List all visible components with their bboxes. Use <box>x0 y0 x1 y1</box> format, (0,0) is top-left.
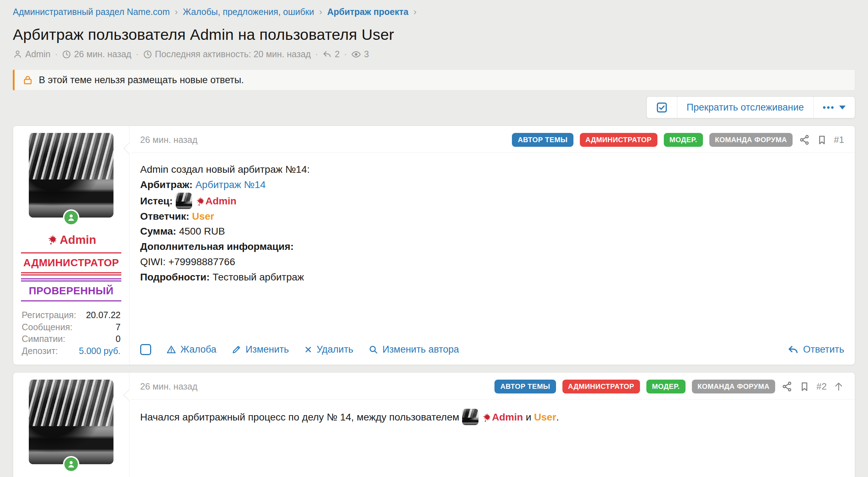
thread-views-count: 3 <box>351 49 369 59</box>
edit-action[interactable]: Изменить <box>231 344 289 355</box>
report-action[interactable]: Жалоба <box>166 344 216 355</box>
post-select-checkbox[interactable] <box>140 344 151 355</box>
intro-text: Admin создал новый арбитраж №14: <box>140 164 310 175</box>
username-link[interactable]: Admin <box>46 233 96 247</box>
thread-last-activity: Последняя активность: 20 мин. назад <box>143 49 311 59</box>
post-timestamp-link[interactable]: 26 мин. назад <box>140 381 197 392</box>
x-icon <box>304 345 313 354</box>
stat-value: 20.07.22 <box>86 309 121 321</box>
post-number-link[interactable]: #2 <box>816 381 827 392</box>
badge-moderator: МОДЕР. <box>664 133 703 147</box>
reply-icon <box>322 49 332 59</box>
more-options-button[interactable]: ••• <box>813 97 855 118</box>
stat-value: 0 <box>116 333 121 345</box>
thread-replies-count: 2 <box>322 49 340 59</box>
badge-thread-author: АВТОР ТЕМЫ <box>494 380 556 393</box>
thread-views-value: 3 <box>364 49 369 59</box>
post-body-line: Admin создал новый арбитраж №14: <box>140 162 844 177</box>
online-badge <box>63 456 79 472</box>
bookmark-icon[interactable] <box>816 134 827 145</box>
stat-label: Симпатии: <box>22 333 65 345</box>
defendant-link[interactable]: User <box>192 211 214 222</box>
avatar[interactable] <box>29 133 113 218</box>
badge-administrator: АДМИНИСТРАТОР <box>580 133 657 147</box>
unfollow-button[interactable]: Прекратить отслеживание <box>677 97 813 118</box>
post-timestamp-link[interactable]: 26 мин. назад <box>140 135 197 145</box>
post-1-user-panel: Admin АДМИНИСТРАТОР ПРОВЕРЕННЫЙ Регистра… <box>13 126 129 365</box>
post-1: Admin АДМИНИСТРАТОР ПРОВЕРЕННЫЙ Регистра… <box>13 125 855 365</box>
plaintiff-link[interactable]: Admin <box>492 412 523 423</box>
meta-dot: · <box>136 49 138 59</box>
thread-author[interactable]: Admin <box>13 49 51 59</box>
person-icon <box>13 49 22 59</box>
badge-administrator: АДМИНИСТРАТОР <box>562 380 640 393</box>
scroll-to-top-icon[interactable] <box>833 381 844 392</box>
breadcrumb-link-complaints[interactable]: Жалобы, предложения, ошибки <box>183 7 314 17</box>
defendant-link[interactable]: User <box>534 412 556 423</box>
details-label: Подробности: <box>140 272 210 283</box>
post-body-line: Сумма: 4500 RUB <box>140 224 844 239</box>
warning-icon <box>166 344 176 355</box>
arbitration-label: Арбитраж: <box>140 179 192 190</box>
online-badge <box>63 209 79 226</box>
plaintiff-avatar[interactable] <box>176 193 192 209</box>
delete-label: Удалить <box>317 344 353 355</box>
defendant-label: Ответчик: <box>140 211 189 222</box>
reply-icon <box>787 344 799 355</box>
select-posts-button[interactable] <box>647 97 677 118</box>
post-2: Admin АДМИНИСТРАТОР 26 мин. назад АВТОР … <box>13 372 855 477</box>
post-body-line: Истец:Admin <box>140 193 844 209</box>
meta-dot: · <box>55 49 58 59</box>
pencil-icon <box>231 344 242 355</box>
share-icon[interactable] <box>782 381 793 392</box>
dragon-icon <box>481 412 492 423</box>
share-icon[interactable] <box>799 134 810 145</box>
stat-likes: Симпатии: 0 <box>22 333 121 345</box>
avatar[interactable] <box>29 380 113 464</box>
post-2-main: 26 мин. назад АВТОР ТЕМЫ АДМИНИСТРАТОР М… <box>129 373 855 477</box>
breadcrumb-separator: › <box>319 6 322 17</box>
thread-meta: Admin · 26 мин. назад · Последняя активн… <box>13 49 855 59</box>
post-number-link[interactable]: #1 <box>834 134 844 145</box>
thread-toolbar-group: Прекратить отслеживание ••• <box>646 96 855 118</box>
arbitration-link[interactable]: Арбитраж №14 <box>195 179 266 190</box>
post-body-line: QIWI: +79998887766 <box>140 254 844 270</box>
amount-label: Сумма: <box>140 226 176 237</box>
plaintiff-link[interactable]: Admin <box>206 195 237 207</box>
unfollow-button-label: Прекратить отслеживание <box>687 102 804 113</box>
post-1-header: 26 мин. назад АВТОР ТЕМЫ АДМИНИСТРАТОР М… <box>129 126 855 153</box>
stat-label: Сообщения: <box>22 321 73 333</box>
details-value: Тестовый арбитраж <box>212 272 304 283</box>
caret-down-icon <box>839 106 846 109</box>
plaintiff-avatar[interactable] <box>462 409 478 425</box>
extra-info-label: Дополнительная информация: <box>140 241 294 252</box>
reply-button[interactable]: Ответить <box>787 344 844 355</box>
edit-label: Изменить <box>245 344 289 355</box>
breadcrumb-link-arbitration[interactable]: Арбитраж проекта <box>327 7 408 17</box>
conjunction-text: и <box>526 412 531 423</box>
delete-action[interactable]: Удалить <box>304 344 353 355</box>
post-1-body: Admin создал новый арбитраж №14: Арбитра… <box>129 153 855 289</box>
badge-thread-author: АВТОР ТЕМЫ <box>512 133 573 147</box>
bookmark-icon[interactable] <box>799 381 810 392</box>
stat-deposit: Депозит: 5.000 руб. <box>22 345 121 357</box>
reply-label: Ответить <box>803 344 844 355</box>
stat-label: Депозит: <box>22 345 58 357</box>
breadcrumb-link-admin-section[interactable]: Административный раздел Name.com <box>13 7 170 17</box>
user-stats: Регистрация: 20.07.22 Сообщения: 7 Симпа… <box>22 309 121 357</box>
thread-author-name[interactable]: Admin <box>25 49 51 59</box>
deposit-link[interactable]: 5.000 руб. <box>79 345 121 357</box>
change-author-action[interactable]: Изменить автора <box>368 344 459 355</box>
page-title: Арбитраж пользователя Admin на пользоват… <box>13 26 855 43</box>
username-text: Admin <box>60 233 96 247</box>
period-text: . <box>556 412 559 423</box>
page: Административный раздел Name.com › Жалоб… <box>0 0 868 477</box>
lock-icon <box>22 75 33 85</box>
post-body-line: Ответчик: User <box>140 209 844 224</box>
post-1-header-right: АВТОР ТЕМЫ АДМИНИСТРАТОР МОДЕР. КОМАНДА … <box>512 133 844 147</box>
stat-registration: Регистрация: 20.07.22 <box>22 309 121 321</box>
dragon-icon <box>195 196 206 207</box>
post-1-footer: Жалоба Изменить Удалить Изменить автора … <box>129 337 855 365</box>
role-banner-administrator: АДМИНИСТРАТОР <box>21 252 121 275</box>
qiwi-line: QIWI: +79998887766 <box>140 256 235 267</box>
